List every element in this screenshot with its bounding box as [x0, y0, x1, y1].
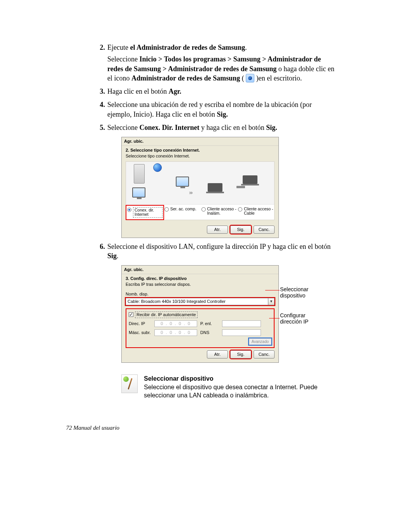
wireless-signal-icon: ››› [189, 189, 192, 196]
gateway-input[interactable]: . [222, 320, 261, 327]
wizard-step-subtext: Seleccione tipo conexión Internet. [126, 153, 275, 159]
step-2: 2. Ejecute el Administrador de redes de … [93, 43, 334, 83]
step-2-line2: Seleccione Inicio > Todos los programas … [107, 55, 334, 82]
step-2-line1: Ejecute el Administrador de redes de Sam… [107, 44, 247, 51]
back-button[interactable]: Atr. [207, 226, 228, 234]
device-select[interactable]: Cable: Broadcom 440x 10/100 Integrated C… [126, 298, 275, 305]
step-number: 4. [93, 100, 105, 109]
device-name-label: Nomb. disp. [126, 291, 275, 297]
network-manager-icon [246, 74, 254, 82]
mask-input[interactable]: 0 . 0 . 0 . 0 [154, 329, 197, 336]
chevron-down-icon: ▼ [268, 298, 274, 305]
page-footer: 72 Manual del usuario [66, 425, 119, 431]
dns-input[interactable]: . [222, 329, 261, 336]
next-button[interactable]: Sig. [230, 226, 251, 234]
modem-icon [236, 186, 245, 188]
server-tower-icon [134, 164, 145, 184]
radio-icon [201, 207, 206, 212]
network-diagram: ››› [126, 162, 274, 205]
auto-ip-checkbox[interactable]: Recibir dir. IP automáticamente [129, 311, 271, 318]
step-number: 5. [93, 123, 105, 132]
checkbox-icon [129, 312, 133, 317]
laptop-icon [243, 175, 257, 184]
ip-input[interactable]: 0 . 0 . 0 . 0 [154, 320, 197, 327]
note-select-device: Seleccionar dispositivo Seleccione el di… [121, 374, 334, 400]
laptop-icon [208, 183, 222, 192]
wizard-step-heading: 2. Seleccione tipo conexión Internet. [126, 147, 275, 153]
advanced-button[interactable]: Avanzado [249, 338, 271, 345]
ip-label: Direc. IP [129, 321, 151, 327]
back-button[interactable]: Atr. [207, 350, 228, 359]
internet-globe-icon [153, 163, 162, 172]
wizard-title: Agr. ubic. [122, 266, 278, 274]
dns-label: DNS [200, 330, 219, 336]
desktop-monitor-icon [176, 177, 189, 187]
pencil-note-icon [121, 374, 138, 393]
radio-icon [127, 208, 131, 212]
radio-icon [238, 207, 242, 212]
note-title: Seleccionar dispositivo [144, 374, 334, 383]
mask-label: Másc. subr. [129, 330, 151, 336]
step-number: 6. [93, 242, 105, 251]
radio-wireless-client[interactable]: Cliente acceso - Inalám. [201, 205, 238, 220]
step-3: 3. Haga clic en el botón Agr. [93, 87, 334, 96]
step-4: 4. Seleccione una ubicación de red y esc… [93, 100, 334, 119]
device-select-value: Cable: Broadcom 440x 10/100 Integrated C… [126, 299, 268, 304]
wizard-connection-type: Agr. ubic. 2. Seleccione tipo conexión I… [121, 137, 279, 238]
step-number: 3. [93, 87, 105, 96]
radio-cable-client[interactable]: Cliente acceso - Cable [237, 205, 274, 220]
callout-line [269, 318, 280, 318]
cancel-button[interactable]: Canc. [254, 350, 275, 359]
callout-select-device: Seleccionar dispositivo [280, 286, 327, 299]
ip-config-frame: Recibir dir. IP automáticamente Direc. I… [126, 308, 275, 348]
connection-type-radios: Conex. dir. Internet Ser. ac. comp. Clie… [126, 205, 274, 220]
next-button[interactable]: Sig. [230, 350, 251, 359]
wizard-step-subtext: Escriba IP tras seleccionar dispos. [126, 282, 275, 287]
desktop-monitor-icon [132, 187, 145, 198]
wizard-step-heading: 3. Config. direc. IP dispositivo [126, 276, 275, 282]
radio-shared-access[interactable]: Ser. ac. comp. [164, 205, 201, 220]
callout-line [265, 290, 280, 290]
note-body: Seleccione el dispositivo que desea cone… [144, 383, 334, 400]
radio-icon [164, 207, 169, 212]
gateway-label: P. enl. [200, 321, 219, 327]
cancel-button[interactable]: Canc. [254, 226, 275, 234]
callout-configure-ip: Configurar dirección IP [280, 312, 327, 325]
step-number: 2. [93, 43, 105, 52]
wizard-ip-config: Agr. ubic. 3. Config. direc. IP disposit… [121, 265, 279, 363]
radio-direct-internet[interactable]: Conex. dir. Internet [126, 205, 164, 220]
wizard-title: Agr. ubic. [122, 137, 278, 146]
step-5: 5. Seleccione Conex. Dir. Internet y hag… [93, 123, 334, 238]
